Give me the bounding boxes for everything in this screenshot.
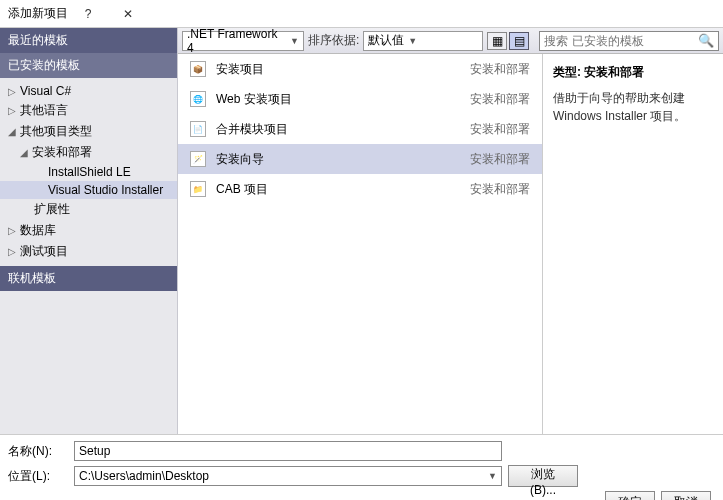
name-label: 名称(N):	[8, 443, 68, 460]
list-item-setup-project[interactable]: 📦安装项目安装和部署	[178, 54, 542, 84]
module-icon: 📄	[190, 121, 206, 137]
content: .NET Framework 4▼ 排序依据: 默认值▼ ▦ ▤ 🔍 📦安装项目…	[178, 28, 723, 434]
help-button[interactable]: ?	[68, 0, 108, 28]
tree-setup-deploy[interactable]: ◢安装和部署	[0, 142, 177, 163]
sort-combo[interactable]: 默认值▼	[363, 31, 483, 51]
chevron-down-icon: ▼	[408, 36, 417, 46]
template-tree: ▷Visual C# ▷其他语言 ◢其他项目类型 ◢安装和部署 InstallS…	[0, 78, 177, 266]
wizard-icon: 🪄	[190, 151, 206, 167]
framework-combo[interactable]: .NET Framework 4▼	[182, 31, 304, 51]
sidebar-recent-header[interactable]: 最近的模板	[0, 28, 177, 53]
box-icon: 📦	[190, 61, 206, 77]
name-input[interactable]	[74, 441, 502, 461]
view-buttons: ▦ ▤	[487, 32, 529, 50]
tree-extensibility[interactable]: 扩展性	[0, 199, 177, 220]
content-body: 📦安装项目安装和部署 🌐Web 安装项目安装和部署 📄合并模块项目安装和部署 🪄…	[178, 54, 723, 434]
details-pane: 类型: 安装和部署 借助于向导的帮助来创建 Windows Installer …	[543, 54, 723, 434]
tree-test-project[interactable]: ▷测试项目	[0, 241, 177, 262]
sort-label: 排序依据:	[308, 32, 359, 49]
chevron-down-icon: ▼	[290, 36, 299, 46]
main: 最近的模板 已安装的模板 ▷Visual C# ▷其他语言 ◢其他项目类型 ◢安…	[0, 28, 723, 434]
list-item-cab-project[interactable]: 📁CAB 项目安装和部署	[178, 174, 542, 204]
view-medium-icons[interactable]: ▤	[509, 32, 529, 50]
list-item-merge-module[interactable]: 📄合并模块项目安装和部署	[178, 114, 542, 144]
list-item-web-setup[interactable]: 🌐Web 安装项目安装和部署	[178, 84, 542, 114]
tree-other-languages[interactable]: ▷其他语言	[0, 100, 177, 121]
view-small-icons[interactable]: ▦	[487, 32, 507, 50]
tree-database[interactable]: ▷数据库	[0, 220, 177, 241]
template-list: 📦安装项目安装和部署 🌐Web 安装项目安装和部署 📄合并模块项目安装和部署 🪄…	[178, 54, 543, 434]
tree-other-project-types[interactable]: ◢其他项目类型	[0, 121, 177, 142]
tree-vs-installer[interactable]: Visual Studio Installer	[0, 181, 177, 199]
globe-icon: 🌐	[190, 91, 206, 107]
titlebar: 添加新项目 ? ✕	[0, 0, 723, 28]
grid-icon: ▤	[514, 34, 525, 48]
details-type: 类型: 安装和部署	[553, 64, 713, 81]
close-button[interactable]: ✕	[108, 0, 148, 28]
sidebar: 最近的模板 已安装的模板 ▷Visual C# ▷其他语言 ◢其他项目类型 ◢安…	[0, 28, 178, 434]
location-label: 位置(L):	[8, 468, 68, 485]
sidebar-online-header[interactable]: 联机模板	[0, 266, 177, 291]
chevron-down-icon: ▼	[488, 471, 497, 481]
search-icon[interactable]: 🔍	[698, 33, 714, 48]
grid-icon: ▦	[492, 34, 503, 48]
list-item-setup-wizard[interactable]: 🪄安装向导安装和部署	[178, 144, 542, 174]
cancel-button[interactable]: 取消	[661, 491, 711, 500]
sidebar-installed-header[interactable]: 已安装的模板	[0, 53, 177, 78]
toolbar: .NET Framework 4▼ 排序依据: 默认值▼ ▦ ▤ 🔍	[178, 28, 723, 54]
location-combo[interactable]: C:\Users\admin\Desktop▼	[74, 466, 502, 486]
details-description: 借助于向导的帮助来创建 Windows Installer 项目。	[553, 89, 713, 125]
bottom-panel: 名称(N): 位置(L): C:\Users\admin\Desktop▼ 浏览…	[0, 434, 723, 500]
cab-icon: 📁	[190, 181, 206, 197]
tree-visual-csharp[interactable]: ▷Visual C#	[0, 82, 177, 100]
search-box[interactable]: 🔍	[539, 31, 719, 51]
ok-button[interactable]: 确定	[605, 491, 655, 500]
search-input[interactable]	[544, 34, 698, 48]
browse-button[interactable]: 浏览(B)...	[508, 465, 578, 487]
window-title: 添加新项目	[8, 5, 68, 22]
tree-installshield[interactable]: InstallShield LE	[0, 163, 177, 181]
